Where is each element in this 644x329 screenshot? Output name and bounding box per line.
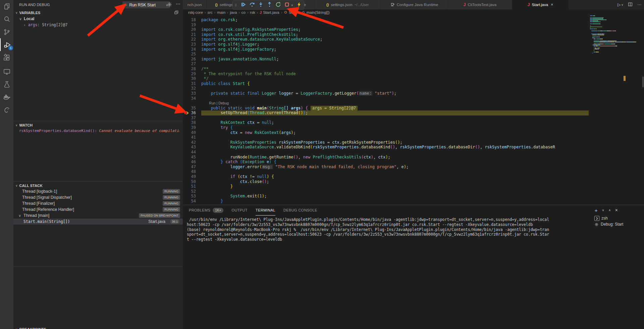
variables-section-header[interactable]: ∨ VARIABLES — [13, 9, 183, 16]
minimap[interactable] — [589, 15, 644, 205]
codelens-run-debug[interactable]: Run | Debug — [201, 101, 229, 106]
stack-frame-row-selected[interactable]: Start.main(String[])Start.java36:1 — [13, 219, 183, 225]
chevron-down-icon[interactable]: ∨ — [602, 208, 604, 212]
run-file-button[interactable]: ▷∨ — [618, 2, 623, 7]
terminal-output[interactable]: /usr/bin/env /Library/Internet\ Plug-Ins… — [187, 217, 591, 242]
line-number[interactable]: 40 — [183, 130, 201, 135]
line-number[interactable]: 44 — [183, 150, 201, 155]
line-number[interactable]: 31 — [183, 81, 201, 86]
stop-icon[interactable] — [284, 2, 290, 8]
breadcrumb-item[interactable]: JStart.java — [260, 10, 279, 14]
line-number[interactable]: 53 — [183, 194, 201, 199]
breakpoints-section-header[interactable]: ∨ BREAKPOINTS — [13, 326, 183, 329]
line-number[interactable]: 32 — [183, 86, 201, 91]
line-number[interactable]: 37 — [183, 115, 201, 121]
line-number[interactable]: 22 — [183, 37, 201, 42]
line-number[interactable]: 34 — [183, 96, 201, 101]
maximize-panel-icon[interactable]: ∧ — [608, 208, 611, 212]
more-actions-icon[interactable]: ⋯ — [176, 1, 181, 6]
panel-tab-problems[interactable]: PROBLEMS1K+ — [189, 205, 223, 215]
breadcrumb-item[interactable]: src — [207, 10, 212, 14]
line-number[interactable]: 48 — [183, 169, 201, 174]
line-number[interactable]: 26 — [183, 57, 201, 62]
explorer-icon[interactable] — [0, 0, 13, 13]
line-number[interactable]: 42 — [183, 140, 201, 145]
hot-code-replace-icon[interactable] — [296, 2, 302, 8]
call-stack-section-header[interactable]: ∨ CALL STACK — [13, 182, 183, 189]
call-stack-thread-row[interactable]: Thread [logback-1]RUNNING — [13, 188, 183, 194]
line-number[interactable]: 30 — [183, 76, 201, 81]
line-number[interactable]: 35 — [183, 106, 201, 111]
line-number[interactable]: 46 — [183, 159, 201, 164]
breadcrumb-item[interactable]: main — [217, 10, 225, 14]
editor-tab-nch-json[interactable]: nch.json — [183, 0, 207, 9]
editor-tab-configure-java-runtime[interactable]: Configure Java Runtime — [381, 0, 448, 9]
remote-explorer-icon[interactable] — [0, 65, 13, 78]
line-number[interactable]: 50 — [183, 179, 201, 184]
editor-tab-start-java[interactable]: JStart.java× — [512, 0, 569, 9]
breadcrumb-item[interactable]: main(String[]) — [302, 10, 330, 15]
more-actions-icon[interactable]: ⋯ — [637, 2, 641, 7]
drag-handle-icon[interactable]: ⣿ — [235, 4, 237, 6]
line-number[interactable]: 39 — [183, 125, 201, 130]
split-editor-icon[interactable] — [628, 2, 633, 8]
terminal-list-item-zsh[interactable]: ❯zsh — [594, 215, 642, 221]
breadcrumb-item[interactable]: Start — [284, 10, 297, 15]
line-number[interactable]: 18 — [183, 17, 201, 22]
call-stack-thread-row[interactable]: Thread [Finalizer]RUNNING — [13, 200, 183, 206]
breadcrumb-item[interactable]: rskj-core — [188, 10, 203, 14]
section-divider[interactable] — [13, 181, 183, 182]
line-number[interactable]: 49 — [183, 174, 201, 179]
breadcrumb-item[interactable]: co — [241, 10, 246, 14]
run-and-debug-icon[interactable]: 1 — [0, 38, 14, 51]
line-number[interactable]: 27 — [183, 61, 201, 66]
step-over-icon[interactable] — [249, 2, 255, 8]
terminal-list-item-debug-start[interactable]: Debug: Start — [594, 221, 642, 227]
line-number[interactable]: 43 — [183, 145, 201, 150]
watch-section-header[interactable]: ∨ WATCH — [13, 122, 183, 128]
source-control-icon[interactable] — [0, 26, 13, 38]
editor-tab-clitoolstest-java[interactable]: JCliToolsTest.java — [448, 0, 512, 9]
line-number[interactable]: 29 — [183, 72, 201, 77]
panel-tab-terminal[interactable]: TERMINAL — [256, 205, 275, 216]
step-into-icon[interactable] — [258, 2, 264, 8]
watch-expression-row[interactable]: rskSystemProperties.databaseKind(): Cann… — [19, 129, 179, 133]
section-divider[interactable] — [13, 266, 183, 267]
close-icon[interactable]: × — [551, 2, 553, 7]
line-number[interactable]: 45 — [183, 155, 201, 160]
breadcrumb-item[interactable]: java — [230, 10, 237, 14]
extensions-icon[interactable] — [0, 51, 13, 64]
line-number[interactable]: 54 — [183, 199, 201, 204]
line-number[interactable]: 23 — [183, 42, 201, 47]
continue-icon[interactable] — [240, 2, 246, 8]
call-stack-thread-row[interactable]: Thread [Signal Dispatcher]RUNNING — [13, 194, 183, 200]
variable-row-args[interactable]: › args: String[2]@7 — [23, 22, 67, 27]
variables-scope-local[interactable]: ∨ Local — [19, 16, 34, 21]
run-config-dropdown[interactable]: ▷ Run RSK Start ∨ — [122, 1, 170, 8]
restart-icon[interactable] — [275, 2, 281, 8]
line-number[interactable]: 24 — [183, 47, 201, 52]
step-out-icon[interactable] — [267, 2, 272, 8]
collapse-all-icon[interactable] — [174, 10, 179, 16]
breadcrumb-item[interactable]: rsk — [250, 10, 255, 14]
call-stack-thread-row[interactable]: Thread [Reference Handler]RUNNING — [13, 206, 183, 213]
line-number[interactable]: 41 — [183, 135, 201, 140]
line-number[interactable]: 28 — [183, 66, 201, 72]
panel-tab-debug-console[interactable]: DEBUG CONSOLE — [283, 205, 317, 215]
line-number[interactable]: 21 — [183, 32, 201, 37]
search-icon[interactable] — [0, 13, 13, 26]
editor-tab-settings-json[interactable]: {}settings.json~/.../User — [315, 0, 381, 9]
close-panel-icon[interactable]: × — [615, 207, 618, 213]
chevron-down-icon[interactable]: ∨ — [291, 4, 293, 7]
new-terminal-icon[interactable]: + — [595, 207, 598, 213]
line-number[interactable]: 38 — [183, 120, 201, 125]
call-stack-thread-row[interactable]: ∨Thread [main]PAUSED ON BREAKPOINT — [13, 213, 183, 219]
docker-icon[interactable] — [0, 91, 13, 103]
line-number[interactable]: 19 — [183, 22, 201, 28]
code-editor[interactable]: 18package co.rsk;1920import co.rsk.confi… — [183, 15, 644, 207]
panel-tab-output[interactable]: OUTPUT — [231, 205, 248, 215]
line-number[interactable]: 20 — [183, 27, 201, 32]
line-number[interactable]: 33 — [183, 91, 201, 96]
gradle-icon[interactable] — [0, 103, 13, 116]
line-number[interactable] — [183, 101, 201, 106]
